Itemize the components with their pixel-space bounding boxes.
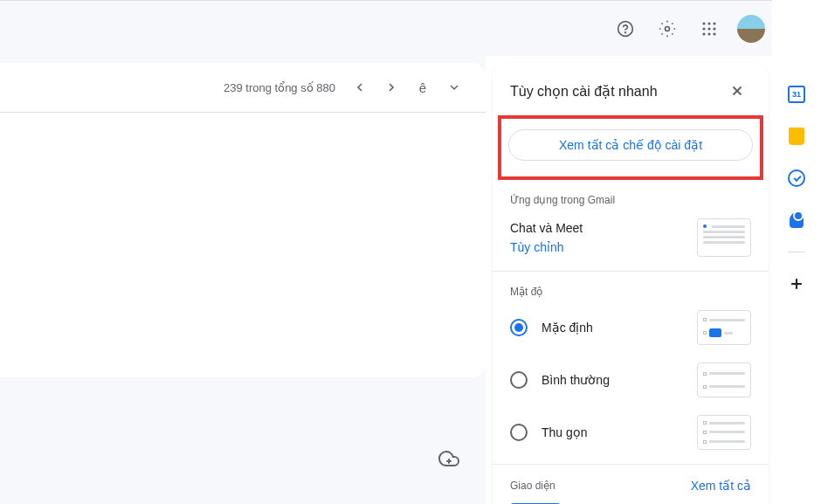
theme-section-title: Giao diện — [510, 480, 555, 492]
apps-thumbnail — [697, 218, 751, 257]
help-icon[interactable] — [608, 11, 643, 46]
customize-link[interactable]: Tùy chỉnh — [510, 240, 583, 254]
density-thumb-comfortable — [697, 362, 751, 397]
input-tools-dropdown-icon[interactable] — [440, 73, 468, 101]
theme-section: Giao diện Xem tất cả Gmail — [493, 465, 769, 504]
apps-grid-icon[interactable] — [692, 11, 727, 46]
rail-separator — [788, 252, 805, 252]
svg-point-8 — [713, 27, 715, 30]
side-panel-rail — [772, 0, 821, 504]
radio-unchecked-icon[interactable] — [510, 371, 528, 389]
svg-point-6 — [702, 27, 705, 30]
add-app-icon[interactable] — [779, 266, 814, 301]
quick-settings-title: Tùy chọn cài đặt nhanh — [510, 83, 658, 100]
density-option-comfortable[interactable]: Bình thường — [510, 362, 751, 397]
svg-point-4 — [707, 22, 710, 24]
gear-icon[interactable] — [650, 11, 685, 46]
tasks-app-icon[interactable] — [779, 161, 814, 196]
close-icon[interactable] — [723, 77, 751, 105]
contacts-app-icon[interactable] — [779, 203, 814, 238]
svg-point-2 — [666, 26, 670, 31]
density-option-default[interactable]: Mặc định — [510, 310, 751, 345]
avatar[interactable] — [737, 15, 765, 43]
svg-point-1 — [625, 31, 626, 32]
prev-page-button[interactable] — [346, 73, 374, 101]
svg-point-5 — [713, 22, 715, 24]
quick-settings-header: Tùy chọn cài đặt nhanh — [493, 63, 769, 115]
keep-app-icon[interactable] — [779, 119, 814, 154]
theme-view-all-link[interactable]: Xem tất cả — [691, 479, 751, 493]
density-label: Thu gọn — [542, 425, 588, 439]
divider — [0, 112, 486, 113]
see-all-settings-button[interactable]: Xem tất cả chế độ cài đặt — [508, 129, 753, 161]
content-panel: 239 trong tổng số 880 ê — [0, 63, 486, 377]
radio-checked-icon[interactable] — [510, 319, 528, 336]
density-thumb-compact — [697, 415, 751, 450]
next-page-button[interactable] — [377, 73, 405, 101]
radio-unchecked-icon[interactable] — [510, 424, 528, 441]
svg-point-9 — [702, 32, 705, 35]
density-label: Mặc định — [542, 321, 593, 335]
svg-point-11 — [713, 32, 715, 35]
apps-section: Ứng dụng trong Gmail Chat và Meet Tùy ch… — [493, 180, 769, 272]
svg-point-7 — [707, 27, 710, 30]
density-label: Bình thường — [542, 373, 610, 387]
density-option-compact[interactable]: Thu gọn — [510, 415, 751, 450]
svg-point-3 — [702, 22, 705, 24]
offline-sync-icon[interactable] — [438, 448, 459, 469]
pager-text: 239 trong tổng số 880 — [224, 81, 335, 94]
input-tools-button[interactable]: ê — [409, 73, 437, 101]
density-section: Mật độ Mặc định Bình thường — [493, 272, 769, 465]
quick-settings-panel: Tùy chọn cài đặt nhanh Xem tất cả chế độ… — [493, 63, 769, 504]
density-thumb-default — [697, 310, 751, 345]
highlight-annotation: Xem tất cả chế độ cài đặt — [498, 115, 763, 180]
list-toolbar: 239 trong tổng số 880 ê — [0, 63, 486, 112]
calendar-app-icon[interactable] — [779, 77, 814, 112]
chat-meet-label: Chat và Meet — [510, 221, 583, 235]
apps-section-title: Ứng dụng trong Gmail — [510, 194, 751, 206]
main-area: 239 trong tổng số 880 ê — [0, 56, 486, 504]
svg-point-10 — [707, 32, 710, 35]
density-section-title: Mật độ — [510, 286, 751, 298]
top-bar — [0, 0, 821, 56]
